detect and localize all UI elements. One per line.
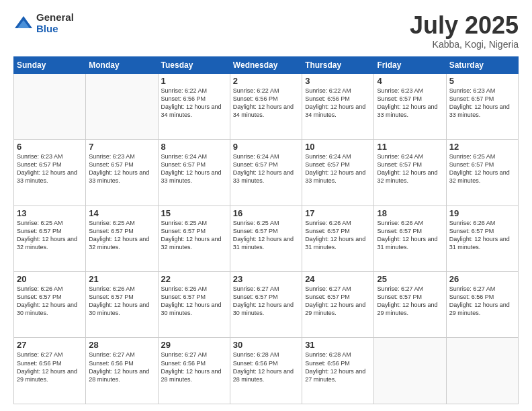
day-number: 9	[233, 142, 299, 152]
day-number: 17	[305, 208, 371, 218]
logo-icon	[13, 13, 34, 34]
day-header-thursday: Thursday	[302, 56, 374, 73]
cell-info: Sunrise: 6:23 AM Sunset: 6:57 PM Dayligh…	[377, 87, 443, 120]
calendar-table: SundayMondayTuesdayWednesdayThursdayFrid…	[13, 56, 519, 404]
day-number: 4	[377, 76, 443, 86]
day-number: 8	[161, 142, 227, 152]
calendar-cell	[374, 338, 446, 404]
calendar-week-1: 6Sunrise: 6:23 AM Sunset: 6:57 PM Daylig…	[14, 140, 519, 205]
day-number: 16	[233, 208, 299, 218]
cell-info: Sunrise: 6:26 AM Sunset: 6:57 PM Dayligh…	[377, 219, 443, 252]
calendar-cell: 13Sunrise: 6:25 AM Sunset: 6:57 PM Dayli…	[14, 205, 86, 271]
calendar-cell: 20Sunrise: 6:26 AM Sunset: 6:57 PM Dayli…	[14, 272, 86, 338]
day-number: 6	[17, 142, 83, 152]
location: Kabba, Kogi, Nigeria	[410, 39, 519, 50]
day-number: 7	[89, 142, 154, 152]
calendar-cell: 7Sunrise: 6:23 AM Sunset: 6:57 PM Daylig…	[86, 140, 158, 205]
calendar-cell: 14Sunrise: 6:25 AM Sunset: 6:57 PM Dayli…	[86, 205, 158, 271]
calendar-cell: 19Sunrise: 6:26 AM Sunset: 6:57 PM Dayli…	[446, 205, 518, 271]
day-number: 23	[233, 274, 299, 284]
day-number: 22	[161, 274, 227, 284]
logo-text: General Blue	[36, 12, 74, 34]
calendar-cell: 10Sunrise: 6:24 AM Sunset: 6:57 PM Dayli…	[302, 140, 374, 205]
cell-info: Sunrise: 6:28 AM Sunset: 6:56 PM Dayligh…	[233, 351, 299, 383]
cell-info: Sunrise: 6:23 AM Sunset: 6:57 PM Dayligh…	[449, 87, 515, 120]
calendar-cell: 11Sunrise: 6:24 AM Sunset: 6:57 PM Dayli…	[374, 140, 446, 205]
calendar-cell: 15Sunrise: 6:25 AM Sunset: 6:57 PM Dayli…	[158, 205, 230, 271]
logo-blue-text: Blue	[36, 24, 74, 35]
calendar-cell: 28Sunrise: 6:27 AM Sunset: 6:56 PM Dayli…	[86, 338, 158, 404]
calendar-week-4: 27Sunrise: 6:27 AM Sunset: 6:56 PM Dayli…	[14, 338, 519, 404]
cell-info: Sunrise: 6:27 AM Sunset: 6:56 PM Dayligh…	[17, 351, 83, 383]
day-number: 10	[305, 142, 371, 152]
month-title: July 2025	[410, 12, 519, 39]
cell-info: Sunrise: 6:26 AM Sunset: 6:57 PM Dayligh…	[305, 219, 371, 252]
cell-info: Sunrise: 6:27 AM Sunset: 6:57 PM Dayligh…	[233, 285, 299, 318]
cell-info: Sunrise: 6:27 AM Sunset: 6:57 PM Dayligh…	[377, 285, 443, 318]
cell-info: Sunrise: 6:22 AM Sunset: 6:56 PM Dayligh…	[161, 87, 227, 120]
calendar-cell: 9Sunrise: 6:24 AM Sunset: 6:57 PM Daylig…	[230, 140, 302, 205]
calendar-cell: 22Sunrise: 6:26 AM Sunset: 6:57 PM Dayli…	[158, 272, 230, 338]
calendar-cell: 6Sunrise: 6:23 AM Sunset: 6:57 PM Daylig…	[14, 140, 86, 205]
logo: General Blue	[13, 12, 74, 34]
calendar-cell: 4Sunrise: 6:23 AM Sunset: 6:57 PM Daylig…	[374, 73, 446, 139]
calendar-cell	[86, 73, 158, 139]
calendar-cell: 30Sunrise: 6:28 AM Sunset: 6:56 PM Dayli…	[230, 338, 302, 404]
day-number: 31	[305, 340, 371, 350]
cell-info: Sunrise: 6:27 AM Sunset: 6:56 PM Dayligh…	[161, 351, 227, 383]
calendar-week-0: 1Sunrise: 6:22 AM Sunset: 6:56 PM Daylig…	[14, 73, 519, 139]
calendar-cell: 16Sunrise: 6:25 AM Sunset: 6:57 PM Dayli…	[230, 205, 302, 271]
cell-info: Sunrise: 6:27 AM Sunset: 6:56 PM Dayligh…	[89, 351, 154, 383]
day-number: 20	[17, 274, 83, 284]
day-header-wednesday: Wednesday	[230, 56, 302, 73]
calendar-cell: 3Sunrise: 6:22 AM Sunset: 6:56 PM Daylig…	[302, 73, 374, 139]
day-number: 28	[89, 340, 154, 350]
cell-info: Sunrise: 6:25 AM Sunset: 6:57 PM Dayligh…	[17, 219, 83, 252]
calendar-cell	[446, 338, 518, 404]
calendar-week-2: 13Sunrise: 6:25 AM Sunset: 6:57 PM Dayli…	[14, 205, 519, 271]
title-block: July 2025 Kabba, Kogi, Nigeria	[410, 12, 519, 50]
cell-info: Sunrise: 6:25 AM Sunset: 6:57 PM Dayligh…	[89, 219, 154, 252]
day-number: 19	[449, 208, 515, 218]
calendar-cell: 31Sunrise: 6:28 AM Sunset: 6:56 PM Dayli…	[302, 338, 374, 404]
day-number: 12	[449, 142, 515, 152]
day-number: 26	[449, 274, 515, 284]
cell-info: Sunrise: 6:24 AM Sunset: 6:57 PM Dayligh…	[161, 152, 227, 185]
header: General Blue July 2025 Kabba, Kogi, Nige…	[13, 12, 519, 50]
calendar-cell: 5Sunrise: 6:23 AM Sunset: 6:57 PM Daylig…	[446, 73, 518, 139]
calendar-week-3: 20Sunrise: 6:26 AM Sunset: 6:57 PM Dayli…	[14, 272, 519, 338]
calendar-cell: 24Sunrise: 6:27 AM Sunset: 6:57 PM Dayli…	[302, 272, 374, 338]
calendar-cell: 27Sunrise: 6:27 AM Sunset: 6:56 PM Dayli…	[14, 338, 86, 404]
day-header-friday: Friday	[374, 56, 446, 73]
cell-info: Sunrise: 6:22 AM Sunset: 6:56 PM Dayligh…	[233, 87, 299, 120]
day-number: 1	[161, 76, 227, 86]
calendar-cell: 17Sunrise: 6:26 AM Sunset: 6:57 PM Dayli…	[302, 205, 374, 271]
cell-info: Sunrise: 6:24 AM Sunset: 6:57 PM Dayligh…	[233, 152, 299, 185]
calendar-cell: 8Sunrise: 6:24 AM Sunset: 6:57 PM Daylig…	[158, 140, 230, 205]
calendar-cell: 25Sunrise: 6:27 AM Sunset: 6:57 PM Dayli…	[374, 272, 446, 338]
calendar-cell: 2Sunrise: 6:22 AM Sunset: 6:56 PM Daylig…	[230, 73, 302, 139]
calendar-header-row: SundayMondayTuesdayWednesdayThursdayFrid…	[14, 56, 519, 73]
cell-info: Sunrise: 6:25 AM Sunset: 6:57 PM Dayligh…	[449, 152, 515, 185]
calendar-cell: 12Sunrise: 6:25 AM Sunset: 6:57 PM Dayli…	[446, 140, 518, 205]
day-number: 15	[161, 208, 227, 218]
day-number: 18	[377, 208, 443, 218]
day-number: 21	[89, 274, 154, 284]
calendar-cell	[14, 73, 86, 139]
day-number: 25	[377, 274, 443, 284]
logo-general: General	[36, 12, 74, 24]
day-number: 24	[305, 274, 371, 284]
day-number: 27	[17, 340, 83, 350]
day-number: 5	[449, 76, 515, 86]
cell-info: Sunrise: 6:23 AM Sunset: 6:57 PM Dayligh…	[89, 152, 154, 185]
cell-info: Sunrise: 6:26 AM Sunset: 6:57 PM Dayligh…	[89, 285, 154, 318]
calendar-cell: 1Sunrise: 6:22 AM Sunset: 6:56 PM Daylig…	[158, 73, 230, 139]
calendar-cell: 21Sunrise: 6:26 AM Sunset: 6:57 PM Dayli…	[86, 272, 158, 338]
cell-info: Sunrise: 6:23 AM Sunset: 6:57 PM Dayligh…	[17, 152, 83, 185]
cell-info: Sunrise: 6:26 AM Sunset: 6:57 PM Dayligh…	[161, 285, 227, 318]
cell-info: Sunrise: 6:25 AM Sunset: 6:57 PM Dayligh…	[233, 219, 299, 252]
cell-info: Sunrise: 6:24 AM Sunset: 6:57 PM Dayligh…	[377, 152, 443, 185]
day-header-sunday: Sunday	[14, 56, 86, 73]
cell-info: Sunrise: 6:25 AM Sunset: 6:57 PM Dayligh…	[161, 219, 227, 252]
day-header-monday: Monday	[86, 56, 158, 73]
